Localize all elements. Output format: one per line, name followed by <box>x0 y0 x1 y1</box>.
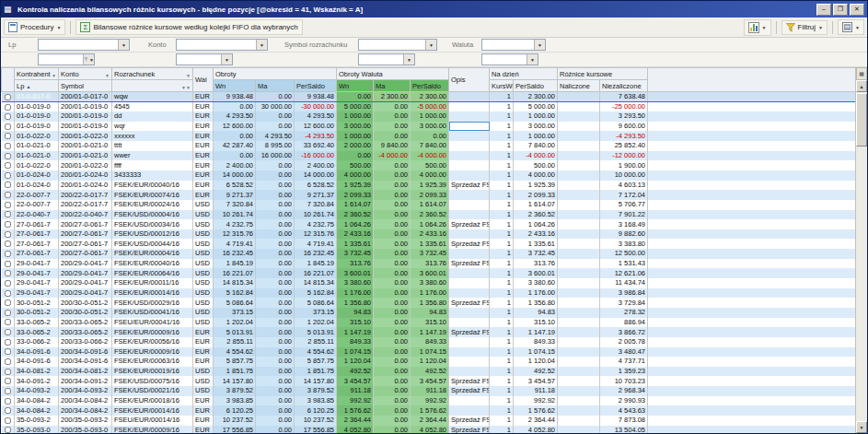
cell-obroty-persaldo[interactable]: 16 232.45 <box>295 249 337 259</box>
cell-kurswl[interactable]: 1 <box>490 308 514 318</box>
chevron-down-icon[interactable]: ▼ <box>534 40 545 50</box>
cell-kurswl[interactable]: 1 <box>490 347 514 358</box>
cell-lp[interactable]: 30-0-051-2 <box>15 298 59 308</box>
cell-waluta-wn[interactable]: 3 454.57 <box>337 376 374 386</box>
cell-waluta-ma[interactable]: 0.00 <box>374 416 411 426</box>
cell-waluta-persaldo[interactable]: 992.92 <box>411 396 449 406</box>
cell-nadzien-persaldo[interactable]: 1 335.61 <box>514 239 558 249</box>
header-lp[interactable]: Lp ▲ <box>15 80 59 92</box>
cell-waluta-persaldo[interactable]: 1 147.19 <box>411 327 449 337</box>
filter-condition-lp[interactable]: ▼ <box>38 53 95 65</box>
cell-naliczone[interactable] <box>558 160 600 170</box>
cell-obroty-ma[interactable]: 0.00 <box>256 308 295 318</box>
row-select-cell[interactable] <box>2 249 15 259</box>
row-checkbox[interactable] <box>5 348 11 355</box>
cell-obroty-ma[interactable]: 0.00 <box>256 376 295 386</box>
cell-obroty-persaldo[interactable]: 3 983.85 <box>295 396 337 406</box>
cell-kurswl[interactable]: 1 <box>490 131 514 141</box>
row-checkbox[interactable] <box>5 398 11 405</box>
cell-opis[interactable] <box>449 141 490 151</box>
cell-kurswl[interactable]: 1 <box>490 426 514 433</box>
cell-waluta-wn[interactable]: 3 380.60 <box>337 278 374 288</box>
cell-kurswl[interactable]: 1 <box>490 190 514 200</box>
cell-waluta-ma[interactable]: 0.00 <box>374 111 411 122</box>
header-group-na-dzien[interactable]: Na dzień <box>490 68 558 80</box>
cell-opis[interactable] <box>449 122 490 132</box>
cell-opis[interactable]: Sprzedaż FSE <box>449 327 490 337</box>
cell-obroty-wn[interactable]: 1 851.75 <box>214 367 256 377</box>
cell-waluta-persaldo[interactable]: 1 576.62 <box>411 405 449 416</box>
row-checkbox[interactable] <box>5 417 11 424</box>
cell-niezaliczone[interactable]: 2 005.78 <box>600 337 648 347</box>
cell-waluta-ma[interactable]: 0.00 <box>374 102 411 112</box>
cell-waluta-persaldo[interactable]: 2 433.16 <box>411 229 449 240</box>
cell-kurswl[interactable]: 1 <box>490 396 514 406</box>
cell-rozrachunek[interactable]: FSEK/USD/00044/16 <box>112 239 193 249</box>
cell-opis[interactable] <box>449 278 490 288</box>
row-checkbox[interactable] <box>5 192 11 198</box>
cell-wal[interactable]: EUR <box>193 396 214 406</box>
cell-nadzien-persaldo[interactable]: 3 600.01 <box>514 268 558 278</box>
row-checkbox[interactable] <box>5 143 11 149</box>
cell-nadzien-persaldo[interactable]: 2 433.16 <box>514 229 558 240</box>
cell-opis[interactable] <box>449 308 490 318</box>
table-row[interactable]: 34-0-084-2 200/34-0-084-2 FSEK/EUR/00018… <box>2 396 856 406</box>
cell-waluta-wn[interactable]: 3 600.01 <box>337 268 374 278</box>
cell-obroty-wn[interactable]: 16 221.07 <box>214 268 256 278</box>
cell-niezaliczone[interactable]: 12 500.00 <box>600 249 648 259</box>
cell-nadzien-persaldo[interactable]: 1 064.26 <box>514 219 558 229</box>
cell-lp[interactable]: 34-0-084-2 <box>15 396 59 406</box>
cell-symbol[interactable]: 200/35-0-093-0 <box>59 426 112 433</box>
row-select-cell[interactable] <box>2 298 15 308</box>
cell-symbol[interactable]: 200/34-0-084-2 <box>59 405 112 416</box>
cell-obroty-ma[interactable]: 0.00 <box>256 170 295 181</box>
cell-obroty-wn[interactable]: 3 879.52 <box>214 386 256 396</box>
table-row[interactable]: 01-0-024-0 200/01-0-024-0 FSEK/EUR/00040… <box>2 181 856 191</box>
cell-obroty-ma[interactable]: 0.00 <box>256 396 295 406</box>
cell-waluta-wn[interactable]: 2 360.52 <box>337 210 374 220</box>
cell-lp[interactable]: 33-0-065-2 <box>15 318 59 328</box>
row-select-cell[interactable] <box>2 376 15 386</box>
cell-wal[interactable]: USD <box>193 210 214 220</box>
cell-rozrachunek[interactable]: FSEK/USD/00021/16 <box>112 386 193 396</box>
cell-lp[interactable]: 01-0-024-0 <box>15 181 59 191</box>
scrollbar-track[interactable] <box>856 92 867 421</box>
cell-lp[interactable]: 01-0-019-0 <box>15 122 59 132</box>
cell-obroty-persaldo[interactable]: 4 554.62 <box>295 347 337 358</box>
cell-waluta-wn[interactable]: 1 356.80 <box>337 298 374 308</box>
cell-kurswl[interactable]: 1 <box>490 298 514 308</box>
funnel-icon[interactable]: ▼ <box>83 54 94 65</box>
cell-rozrachunek[interactable]: FSEU/EUR/00041/16 <box>112 318 193 328</box>
cell-kurswl[interactable]: 1 <box>490 367 514 377</box>
cell-waluta-ma[interactable]: 0.00 <box>374 210 411 220</box>
cell-rozrachunek[interactable]: 4545 <box>112 102 193 112</box>
cell-nadzien-persaldo[interactable]: 992.92 <box>514 396 558 406</box>
cell-waluta-wn[interactable]: 492.52 <box>337 367 374 377</box>
cell-obroty-ma[interactable]: 16 000.00 <box>256 151 295 161</box>
filter-funnel-icon[interactable]: ▼ <box>186 73 191 78</box>
row-checkbox[interactable] <box>5 123 11 130</box>
cell-rozrachunek[interactable]: FSEK/EUR/00009/16 <box>112 347 193 358</box>
cell-obroty-wn[interactable]: 4 232.75 <box>214 219 256 229</box>
cell-opis[interactable] <box>449 190 490 200</box>
cell-obroty-ma[interactable]: 0.00 <box>256 200 295 210</box>
cell-obroty-ma[interactable]: 0.00 <box>256 288 295 299</box>
cell-obroty-persaldo[interactable]: -30 000.00 <box>295 102 337 112</box>
cell-lp[interactable]: 01-0-021-0 <box>15 141 59 151</box>
cell-obroty-wn[interactable]: 1 845.19 <box>214 259 256 269</box>
cell-wal[interactable]: EUR <box>193 92 214 102</box>
cell-opis[interactable]: Sprzedaż FSU <box>449 219 490 229</box>
table-row[interactable]: 01-0-017-0 200/01-0-017-0 wqw EUR 9 938.… <box>2 92 856 102</box>
header-niezaliczone[interactable]: Niezaliczone <box>600 80 648 92</box>
cell-waluta-wn[interactable]: 2 364.44 <box>337 416 374 426</box>
cell-waluta-ma[interactable]: 0.00 <box>374 219 411 229</box>
row-select-cell[interactable] <box>2 357 15 367</box>
cell-obroty-wn[interactable]: 14 815.34 <box>214 278 256 288</box>
cell-obroty-ma[interactable]: 0.00 <box>256 111 295 122</box>
cell-wal[interactable]: USD <box>193 268 214 278</box>
row-select-cell[interactable] <box>2 170 15 181</box>
cell-rozrachunek[interactable]: FSEK/EUR/00063/16 <box>112 357 193 367</box>
cell-obroty-wn[interactable]: 5 162.84 <box>214 288 256 299</box>
cell-opis[interactable]: Sprzedaż FSU <box>449 426 490 433</box>
row-checkbox[interactable] <box>5 162 11 169</box>
